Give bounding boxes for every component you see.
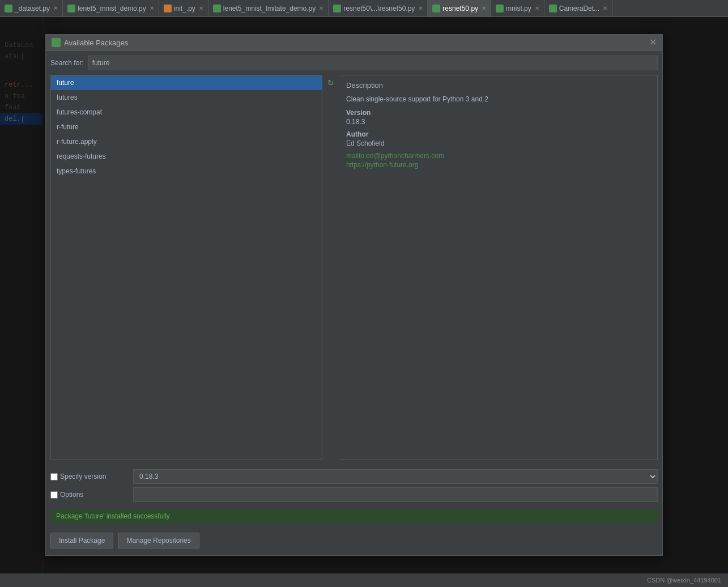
search-input[interactable] — [88, 56, 658, 70]
author-value: Ed Schofield — [346, 139, 650, 147]
tab-label-camera: CameraDet... — [559, 5, 599, 12]
package-list-inner: future futures futures-compat r-future r — [51, 75, 322, 178]
package-name-types-futures: types-futures — [57, 167, 96, 175]
tab-label-resnet50: resnet50.py — [442, 5, 478, 12]
options-checkbox[interactable] — [50, 491, 58, 499]
version-label: Version — [346, 109, 650, 117]
tab-init[interactable]: init_.py ✕ — [159, 0, 208, 16]
package-list-section: future futures futures-compat r-future r — [50, 75, 339, 460]
tab-label-imitate: lenet5_mnist_Imitate_demo.py — [223, 5, 316, 12]
package-name-r-future: r-future — [57, 123, 79, 131]
options-input[interactable] — [133, 487, 658, 502]
tab-resnet50[interactable]: resnet50.py ✕ — [428, 0, 491, 16]
tab-close-dataset[interactable]: ✕ — [53, 5, 58, 11]
dialog-close-button[interactable]: ✕ — [649, 38, 657, 47]
tab-bar: _dataset.py ✕ lenet5_mnist_demo.py ✕ ini… — [0, 0, 728, 17]
refresh-column: ↻ — [322, 75, 339, 460]
content-area: future futures futures-compat r-future r — [50, 75, 658, 460]
package-item-r-future[interactable]: r-future — [51, 120, 322, 134]
refresh-button[interactable]: ↻ — [324, 76, 338, 90]
tab-close-resnet50[interactable]: ✕ — [482, 5, 486, 11]
tab-label-dataset: _dataset.py — [15, 5, 50, 12]
options-label-row: Options — [50, 491, 130, 499]
tab-close-resnet50-path[interactable]: ✕ — [418, 5, 423, 11]
email-link[interactable]: mailto:ed@pythoncharmers.com — [346, 152, 650, 160]
dialog-titlebar: Available Packages ✕ — [46, 35, 662, 51]
bottom-options-grid: Specify version 0.18.3 0.18.2 0.18.1 0.1… — [50, 465, 658, 504]
search-label: Search for: — [50, 59, 84, 67]
version-value: 0.18.3 — [346, 118, 650, 126]
tab-icon-dataset — [5, 5, 12, 12]
tab-imitate[interactable]: lenet5_mnist_Imitate_demo.py ✕ — [208, 0, 329, 16]
tab-icon-resnet50 — [432, 5, 440, 12]
install-package-button[interactable]: Install Package — [50, 533, 113, 548]
tab-resnet50-path[interactable]: resnet50\...\resnet50.py ✕ — [329, 0, 428, 16]
description-text: Clean single-source support for Python 3… — [346, 95, 650, 103]
status-message-text: Package 'future' installed successfully — [56, 512, 170, 520]
package-name-futures-compat: futures-compat — [57, 108, 102, 116]
tab-label-mnist: mnist.py — [506, 5, 531, 12]
tab-close-init[interactable]: ✕ — [199, 5, 203, 11]
tab-dataset[interactable]: _dataset.py ✕ — [0, 0, 63, 16]
package-name-future: future — [57, 79, 74, 87]
package-name-futures: futures — [57, 93, 78, 101]
tab-icon-imitate — [213, 5, 221, 12]
dialog-title-area: Available Packages — [52, 38, 128, 47]
package-list[interactable]: future futures futures-compat r-future r — [50, 75, 322, 460]
specify-version-checkbox[interactable] — [50, 473, 58, 480]
install-status: Package 'future' installed successfully — [50, 509, 658, 524]
package-name-r-future-apply: r-future.apply — [57, 138, 97, 146]
tab-icon-lenet5-mnist — [67, 5, 75, 12]
description-panel: Description Clean single-source support … — [339, 75, 658, 460]
version-dropdown[interactable]: 0.18.3 0.18.2 0.18.1 0.18.0 — [133, 469, 658, 484]
dialog-title-text: Available Packages — [64, 39, 128, 47]
package-item-types-futures[interactable]: types-futures — [51, 164, 322, 178]
tab-label-lenet5-mnist: lenet5_mnist_demo.py — [78, 5, 146, 12]
action-row: Install Package Manage Repositories — [50, 528, 658, 551]
tab-icon-init — [164, 5, 172, 12]
tab-close-lenet5-mnist[interactable]: ✕ — [150, 5, 154, 11]
options-label: Options — [60, 491, 83, 499]
tab-icon-camera — [549, 5, 557, 12]
package-item-requests-futures[interactable]: requests-futures — [51, 149, 322, 164]
status-bar-text: CSDN @weixin_44194001 — [647, 577, 721, 584]
tab-mnist[interactable]: mnist.py ✕ — [491, 0, 544, 16]
website-link[interactable]: https://python-future.org — [346, 161, 650, 169]
specify-version-label: Specify version — [60, 473, 106, 480]
specify-version-label-row: Specify version — [50, 473, 130, 480]
status-bar: CSDN @weixin_44194001 — [0, 573, 728, 587]
description-title: Description — [346, 81, 650, 90]
manage-repositories-button[interactable]: Manage Repositories — [118, 533, 199, 548]
tab-icon-resnet50-path — [333, 5, 341, 12]
tab-camera[interactable]: CameraDet... ✕ — [544, 0, 612, 16]
package-item-future[interactable]: future — [51, 75, 322, 90]
tab-icon-mnist — [496, 5, 504, 12]
tab-label-init: init_.py — [174, 5, 195, 12]
tab-close-mnist[interactable]: ✕ — [535, 5, 539, 11]
tab-lenet5-mnist[interactable]: lenet5_mnist_demo.py ✕ — [63, 0, 159, 16]
package-item-r-future-apply[interactable]: r-future.apply — [51, 134, 322, 149]
dialog-title-icon — [52, 38, 61, 47]
search-row: Search for: — [50, 56, 658, 70]
tab-label-resnet50-path: resnet50\...\resnet50.py — [343, 5, 415, 12]
package-item-futures[interactable]: futures — [51, 90, 322, 105]
package-item-futures-compat[interactable]: futures-compat — [51, 105, 322, 120]
dialog-body: Search for: future futures futures-c — [46, 51, 662, 555]
author-label: Author — [346, 130, 650, 138]
tab-close-camera[interactable]: ✕ — [603, 5, 607, 11]
available-packages-dialog: Available Packages ✕ Search for: future … — [45, 34, 663, 556]
tab-close-imitate[interactable]: ✕ — [319, 5, 323, 11]
package-name-requests-futures: requests-futures — [57, 152, 106, 160]
